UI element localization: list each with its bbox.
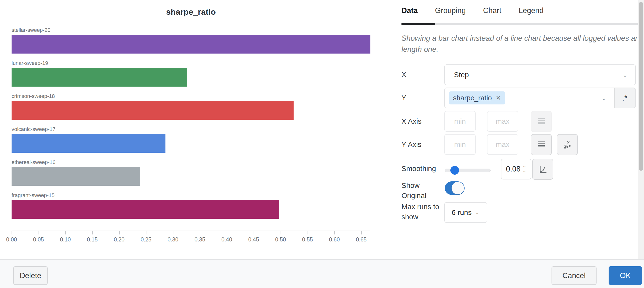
x-axis-log-scale-button[interactable] <box>531 111 552 132</box>
axis-tick-label: 0.15 <box>82 236 102 243</box>
max-runs-select[interactable]: 6 runs ⌄ <box>444 202 487 223</box>
x-axis-label: X Axis <box>402 116 444 126</box>
axis-tick <box>38 231 39 234</box>
axis-tick <box>334 231 335 234</box>
log-scale-icon <box>536 117 546 126</box>
run-bar[interactable] <box>12 101 294 120</box>
run-bar[interactable] <box>12 35 370 54</box>
run-label: crimson-sweep-18 <box>12 93 370 100</box>
axis-tick-label: 0.45 <box>244 236 263 243</box>
settings-panel: Data Grouping Chart Legend Showing a bar… <box>400 0 638 259</box>
tab-data[interactable]: Data <box>402 6 418 17</box>
scrollbar-track[interactable] <box>638 0 644 259</box>
y-axis-max-input[interactable] <box>487 134 518 155</box>
show-original-label: Show Original <box>402 180 444 201</box>
x-axis-max-input[interactable] <box>487 111 518 132</box>
log-scale-icon <box>536 140 546 150</box>
stepper-arrows-icon[interactable]: ⌃⌄ <box>522 166 526 172</box>
axis-tick <box>200 231 200 234</box>
run-label: volcanic-sweep-17 <box>12 126 370 133</box>
y-metric-tag[interactable]: sharpe_ratio ✕ <box>449 91 505 104</box>
chevron-down-icon: ⌄ <box>475 209 479 216</box>
axis-tick <box>119 231 120 234</box>
axis-tick-label: 0.10 <box>56 236 75 243</box>
chart-editor-modal: sharpe_ratio stellar-sweep-20lunar-sweep… <box>0 0 644 288</box>
max-runs-value: 6 runs <box>452 208 472 217</box>
smoothing-slider[interactable] <box>445 169 490 172</box>
smoothing-type-button[interactable] <box>532 159 553 180</box>
run-label: stellar-sweep-20 <box>12 27 370 34</box>
ok-button[interactable]: OK <box>608 266 642 285</box>
modal-footer: Delete Cancel OK <box>0 259 644 288</box>
y-axis-min-input[interactable] <box>444 134 476 155</box>
tab-legend[interactable]: Legend <box>519 6 544 17</box>
tab-underline <box>402 23 638 25</box>
smoothing-label: Smoothing <box>402 164 444 174</box>
run-bar-group: stellar-sweep-20 <box>12 27 370 54</box>
axis-tick <box>146 231 146 234</box>
axis-tick-label: 0.00 <box>2 236 21 243</box>
axis-tick <box>92 231 93 234</box>
ignore-outliers-icon <box>562 139 573 150</box>
axis-tick <box>173 231 174 234</box>
chevron-down-icon: ⌄ <box>622 72 628 78</box>
chevron-down-icon: ⌄ <box>601 95 606 101</box>
axis-tick-label: 0.50 <box>271 236 290 243</box>
bar-chart: stellar-sweep-20lunar-sweep-19crimson-sw… <box>12 27 370 225</box>
axis-tick-label: 0.25 <box>136 236 156 243</box>
tab-grouping[interactable]: Grouping <box>435 6 466 17</box>
run-label: fragrant-sweep-15 <box>12 192 370 199</box>
run-bar-group: fragrant-sweep-15 <box>12 192 370 219</box>
toggle-knob <box>452 182 464 194</box>
active-tab-indicator <box>402 23 435 25</box>
chart-title: sharpe_ratio <box>12 7 370 17</box>
chart-panel: sharpe_ratio stellar-sweep-20lunar-sweep… <box>0 0 390 259</box>
run-bar[interactable] <box>12 68 187 87</box>
show-original-toggle[interactable] <box>445 181 464 195</box>
axis-tick-label: 0.65 <box>352 236 371 243</box>
y-axis-log-scale-button[interactable] <box>531 134 552 155</box>
run-label: ethereal-sweep-16 <box>12 159 370 166</box>
axis-tick <box>280 231 281 234</box>
run-bar[interactable] <box>12 134 166 153</box>
x-field-label: X <box>402 69 444 80</box>
x-axis: 0.000.050.100.150.200.250.300.350.400.45… <box>12 231 370 245</box>
axis-tick-label: 0.55 <box>298 236 317 243</box>
axis-tick <box>308 231 308 234</box>
axis-tick <box>361 231 362 234</box>
axis-tick-label: 0.60 <box>325 236 344 243</box>
y-field-label: Y <box>402 93 444 103</box>
y-axis-label: Y Axis <box>402 139 444 150</box>
tab-chart[interactable]: Chart <box>483 6 502 17</box>
run-bar[interactable] <box>12 200 279 219</box>
run-bar-group: volcanic-sweep-17 <box>12 126 370 153</box>
axis-tick <box>227 231 227 234</box>
scrollbar-thumb[interactable] <box>639 2 643 171</box>
cancel-button[interactable]: Cancel <box>552 266 596 285</box>
axis-tick-label: 0.20 <box>110 236 129 243</box>
run-bar[interactable] <box>12 167 140 186</box>
axis-tick-label: 0.35 <box>190 236 210 243</box>
smoothing-slider-thumb[interactable] <box>450 166 459 175</box>
y-axis-ignore-outliers-button[interactable] <box>557 134 578 155</box>
smoothing-curve-icon <box>537 164 548 175</box>
smoothing-value: 0.08 <box>506 165 520 174</box>
x-axis-min-input[interactable] <box>444 111 476 132</box>
axis-tick-label: 0.30 <box>163 236 182 243</box>
close-icon[interactable]: ✕ <box>496 94 501 102</box>
smoothing-value-input[interactable]: 0.08 ⌃⌄ <box>501 159 531 180</box>
run-label: lunar-sweep-19 <box>12 60 370 67</box>
y-field-select[interactable]: sharpe_ratio ✕ ⌄ .* <box>444 88 636 108</box>
x-field-value: Step <box>454 71 469 79</box>
tab-bar: Data Grouping Chart Legend <box>402 6 561 17</box>
axis-tick <box>254 231 254 234</box>
regex-toggle-button[interactable]: .* <box>614 88 635 108</box>
y-metric-tag-label: sharpe_ratio <box>453 94 492 102</box>
axis-tick-label: 0.40 <box>217 236 236 243</box>
max-runs-label: Max runs to show <box>402 202 444 222</box>
x-field-select[interactable]: Step ⌄ <box>444 64 636 85</box>
run-bar-group: ethereal-sweep-16 <box>12 159 370 186</box>
run-bar-group: crimson-sweep-18 <box>12 93 370 120</box>
delete-button[interactable]: Delete <box>13 266 48 285</box>
axis-tick <box>65 231 66 234</box>
